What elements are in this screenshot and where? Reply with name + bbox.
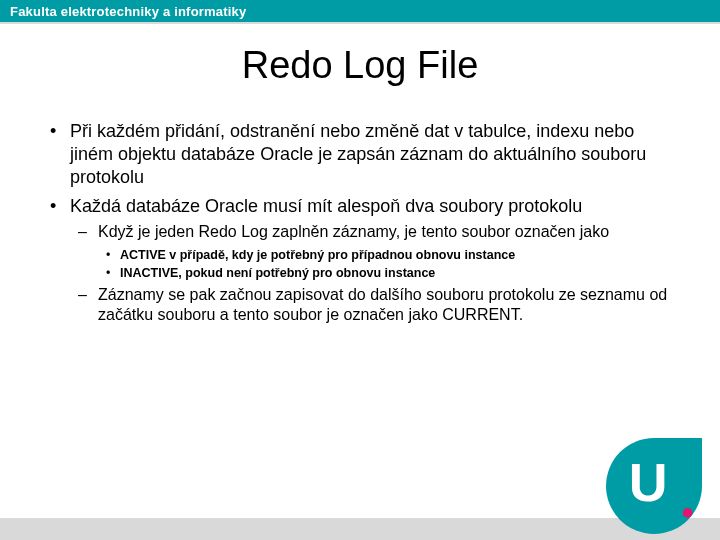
bullet-lvl1: Při každém přidání, odstranění nebo změn… xyxy=(40,120,680,189)
bullet-lvl2: Když je jeden Redo Log zaplněn záznamy, … xyxy=(70,222,680,280)
bullet-lvl3: INACTIVE, pokud není potřebný pro obnovu… xyxy=(98,265,680,281)
bullet-text: Záznamy se pak začnou zapisovat do další… xyxy=(98,286,667,323)
header-faculty-label: Fakulta elektrotechniky a informatiky xyxy=(10,4,246,19)
header-rule xyxy=(0,22,720,24)
bullet-text: Při každém přidání, odstranění nebo změn… xyxy=(70,121,646,187)
svg-text:U: U xyxy=(629,452,668,512)
svg-point-1 xyxy=(683,508,693,518)
header-bar: Fakulta elektrotechniky a informatiky xyxy=(0,0,720,22)
slide: Fakulta elektrotechniky a informatiky Re… xyxy=(0,0,720,540)
bullet-text: Když je jeden Redo Log zaplněn záznamy, … xyxy=(98,223,609,240)
u-logo-icon: U xyxy=(606,438,702,534)
university-logo: U xyxy=(606,438,702,534)
bullet-text: INACTIVE, pokud není potřebný pro obnovu… xyxy=(120,266,435,280)
slide-title: Redo Log File xyxy=(0,44,720,87)
bullet-lvl1: Každá databáze Oracle musí mít alespoň d… xyxy=(40,195,680,325)
slide-content: Při každém přidání, odstranění nebo změn… xyxy=(40,120,680,332)
bullet-lvl3: ACTIVE v případě, kdy je potřebný pro př… xyxy=(98,247,680,263)
bullet-text: Každá databáze Oracle musí mít alespoň d… xyxy=(70,196,582,216)
bullet-lvl2: Záznamy se pak začnou zapisovat do další… xyxy=(70,285,680,326)
bullet-text: ACTIVE v případě, kdy je potřebný pro př… xyxy=(120,248,515,262)
